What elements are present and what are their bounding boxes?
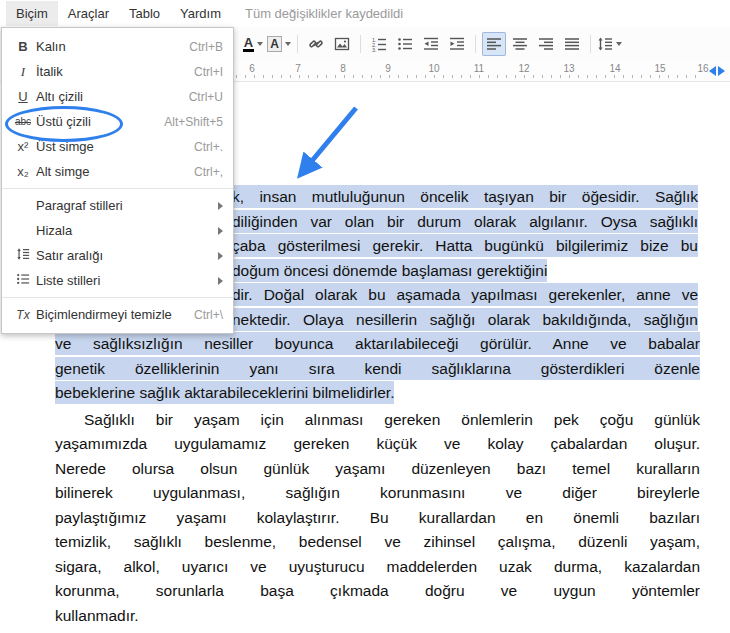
menu-item-underline[interactable]: U Altı çizili Ctrl+U	[2, 84, 233, 109]
doc-line[interactable]: korunma, sorunlarla başa çıkmada doğru v…	[55, 579, 700, 604]
bulleted-list-button[interactable]	[393, 32, 417, 56]
decrease-indent-button[interactable]	[419, 32, 443, 56]
selected-text: bebeklerine sağlık aktarabileceklerini b…	[55, 381, 394, 404]
align-center-button[interactable]	[508, 32, 532, 56]
toolbar-separator	[475, 35, 476, 53]
pointer-arrow-annotation	[290, 98, 370, 190]
line-spacing-icon	[10, 247, 36, 264]
insert-image-icon	[334, 36, 350, 52]
menu-item-shortcut: Ctrl+\	[194, 308, 223, 322]
ruler-number: 10	[428, 63, 439, 74]
insert-link-button[interactable]	[304, 32, 328, 56]
ruler-number: 12	[518, 63, 529, 74]
menu-item-shortcut: Ctrl+B	[189, 40, 223, 54]
menu-separator	[2, 297, 233, 298]
menu-item-label: Liste stilleri	[36, 273, 100, 288]
insert-link-icon	[308, 36, 324, 52]
line-spacing-button[interactable]	[597, 32, 622, 56]
menu-item-strikethrough[interactable]: abc Üstü çizili Alt+Shift+5	[2, 109, 233, 134]
submenu-arrow-icon	[218, 252, 223, 260]
menu-item-subscript[interactable]: x₂ Alt simge Ctrl+,	[2, 159, 233, 184]
menu-item-align[interactable]: Hizala	[2, 218, 233, 243]
menu-item-italic[interactable]: I İtalik Ctrl+I	[2, 59, 233, 84]
doc-line[interactable]: yaşamımızda uygulamamız gereken küçük ve…	[55, 432, 700, 457]
italic-icon: I	[10, 64, 36, 80]
ruler-number: 7	[295, 63, 301, 74]
doc-line[interactable]: genetik özelliklerinin yanı sıra kendi s…	[55, 357, 700, 382]
doc-line[interactable]: bebeklerine sağlık aktarabileceklerini b…	[55, 381, 700, 406]
doc-line[interactable]: Nerede olursa olsun günlük yaşamı düzenl…	[55, 457, 700, 482]
doc-line[interactable]: paylaştığımız yaşamı kolaylaştırır. Bu k…	[55, 506, 700, 531]
menu-item-label: Paragraf stilleri	[36, 198, 123, 213]
toolbar-separator	[590, 35, 591, 53]
numbered-list-button[interactable]: 1.2.3.	[367, 32, 391, 56]
save-status: Tüm değişiklikler kaydedildi	[245, 6, 403, 21]
superscript-icon: x²	[10, 139, 36, 154]
numbered-list-icon: 1.2.3.	[371, 36, 387, 52]
chevron-down-icon	[616, 42, 622, 46]
menu-format[interactable]: Biçim	[6, 1, 58, 26]
menu-item-label: Kalın	[36, 39, 66, 54]
increase-indent-button[interactable]	[445, 32, 469, 56]
selected-text: çaba gösterilmesi gerekir. Hatta bugünkü…	[232, 234, 698, 257]
menu-table[interactable]: Tablo	[119, 1, 170, 26]
menu-item-paragraph-styles[interactable]: Paragraf stilleri	[2, 193, 233, 218]
ruler-number: 15	[654, 63, 665, 74]
selected-text: ve sağlıksızlığın nesiller boyunca aktar…	[55, 332, 700, 355]
doc-line[interactable]: sigara, alkol, uyarıcı ve uyuşturucu mad…	[55, 555, 700, 580]
align-right-button[interactable]	[534, 32, 558, 56]
menu-item-shortcut: Ctrl+,	[194, 165, 223, 179]
doc-line[interactable]: kullanmadır.	[55, 604, 700, 629]
align-center-icon	[512, 36, 528, 52]
menu-item-list-styles[interactable]: Liste stilleri	[2, 268, 233, 293]
decrease-indent-icon	[423, 36, 439, 52]
ruler-number: 14	[609, 63, 620, 74]
increase-indent-icon	[449, 36, 465, 52]
text-color-button[interactable]: A	[241, 32, 265, 56]
submenu-arrow-icon	[218, 227, 223, 235]
menu-item-shortcut: Ctrl+.	[194, 140, 223, 154]
ruler-number: 11	[474, 63, 484, 74]
selected-text: nektedir. Olaya nesillerin sağlığı olara…	[232, 308, 698, 331]
menu-tools[interactable]: Araçlar	[58, 1, 119, 26]
text-color-icon: A	[243, 36, 254, 52]
highlight-color-icon: A	[267, 36, 282, 52]
menu-separator	[2, 188, 233, 189]
selected-text: genetik özelliklerinin yanı sıra kendi s…	[55, 357, 700, 380]
menu-item-label: Üstü çizili	[36, 114, 91, 129]
menu-item-clear-formatting[interactable]: Tx Biçimlendirmeyi temizle Ctrl+\	[2, 302, 233, 327]
menu-item-bold[interactable]: B Kalın Ctrl+B	[2, 34, 233, 59]
doc-line[interactable]: ve sağlıksızlığın nesiller boyunca aktar…	[55, 332, 700, 357]
doc-line[interactable]: k, insan mutluluğunun öncelik taşıyan bi…	[232, 185, 698, 210]
selected-text: doğum öncesi dönemde başlaması gerektiği…	[232, 259, 547, 282]
chevron-down-icon	[285, 42, 291, 46]
menu-item-label: İtalik	[36, 64, 63, 79]
ruler-number: 8	[340, 63, 346, 74]
list-styles-icon	[10, 272, 36, 289]
ruler-number: 16	[697, 63, 708, 74]
doc-line[interactable]: bilinerek uygulanması, sağlığın korunmas…	[55, 481, 700, 506]
toolbar-separator	[360, 35, 361, 53]
doc-line[interactable]: nektedir. Olaya nesillerin sağlığı olara…	[232, 308, 698, 333]
doc-line[interactable]: Sağlıklı bir yaşam için alınması gereken…	[55, 408, 700, 433]
bulleted-list-icon	[397, 36, 413, 52]
doc-line[interactable]: dir. Doğal olarak bu aşamada yapılması g…	[232, 283, 698, 308]
align-left-button[interactable]	[482, 32, 506, 56]
submenu-arrow-icon	[218, 277, 223, 285]
selected-text: k, insan mutluluğunun öncelik taşıyan bi…	[232, 185, 698, 208]
highlight-color-button[interactable]: A	[267, 32, 291, 56]
doc-line[interactable]: doğum öncesi dönemde başlaması gerektiği…	[232, 259, 698, 284]
doc-line[interactable]: temizlik, sağlıklı beslenme, bedensel ve…	[55, 530, 700, 555]
menu-item-label: Hizala	[36, 223, 72, 238]
doc-line[interactable]: çaba gösterilmesi gerekir. Hatta bugünkü…	[232, 234, 698, 259]
menu-help[interactable]: Yardım	[170, 1, 231, 26]
menu-item-label: Üst simge	[36, 139, 94, 154]
menu-item-line-spacing[interactable]: Satır aralığı	[2, 243, 233, 268]
menu-item-superscript[interactable]: x² Üst simge Ctrl+.	[2, 134, 233, 159]
align-justify-button[interactable]	[560, 32, 584, 56]
menu-item-shortcut: Alt+Shift+5	[164, 115, 223, 129]
doc-line[interactable]: diliğinden var olan bir durum olarak alg…	[232, 210, 698, 235]
ruler-scroll-arrows-icon	[709, 66, 725, 76]
insert-image-button[interactable]	[330, 32, 354, 56]
menu-item-label: Alt simge	[36, 164, 89, 179]
